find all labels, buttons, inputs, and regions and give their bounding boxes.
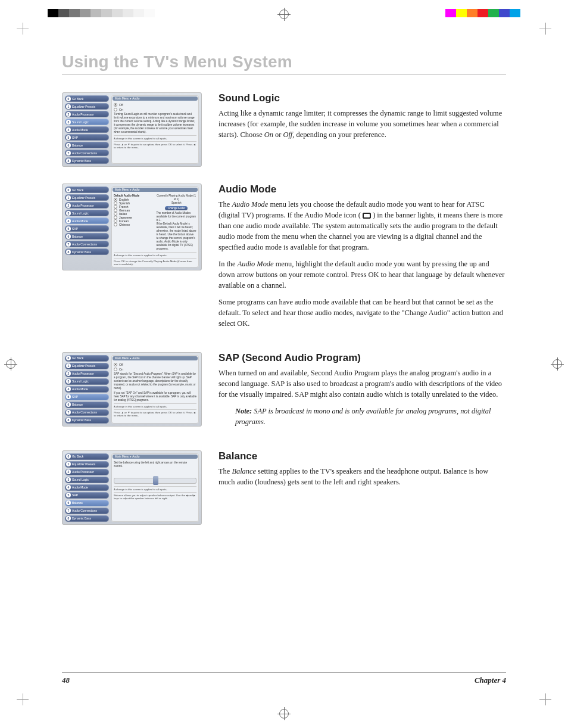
page-number: 48 <box>62 676 70 685</box>
tv-menu-audio-mode: 0Go Back 1Equalizer Presets 2Audio Proce… <box>62 183 202 270</box>
menu-item-balance[interactable]: 6Balance <box>65 402 109 408</box>
menu-item-audio-connections[interactable]: 7Audio Connections <box>65 409 109 416</box>
section-balance: 0Go Back 1Equalizer Presets 2Audio Proce… <box>62 450 506 525</box>
audio-mode-icon <box>363 213 371 219</box>
chapter-label: Chapter 4 <box>475 676 506 685</box>
menu-item-dynamic-bass[interactable]: 8Dynamic Bass <box>65 417 109 424</box>
color-bar-left <box>37 9 166 17</box>
registration-mark-icon <box>279 709 289 718</box>
currently-playing-value: Spanish <box>157 201 197 205</box>
registration-mark-icon <box>6 359 15 369</box>
menu-item-sap[interactable]: 5SAP <box>65 492 109 499</box>
body-text: The Balance setting applies to the TV's … <box>219 466 506 488</box>
radio-on[interactable]: On <box>114 108 196 111</box>
panel-help: Press ▲ or ▼ to point to an option, then… <box>114 141 196 149</box>
page-footer: 48 Chapter 4 <box>62 672 506 685</box>
body-text: Some programs can have audio mode availa… <box>219 297 506 329</box>
menu-item-go-back[interactable]: 0Go Back <box>65 186 109 193</box>
section-audio-mode: 0Go Back 1Equalizer Presets 2Audio Proce… <box>62 183 506 335</box>
menu-item-audio-mode[interactable]: 4Audio Mode <box>65 484 109 491</box>
currently-playing-label: Currently Playing Audio Mode (1 of 1) <box>157 194 197 201</box>
radio-chinese[interactable]: Chinese <box>114 223 154 226</box>
menu-item-audio-connections[interactable]: 7Audio Connections <box>65 508 109 514</box>
menu-item-eq-presets[interactable]: 1Equalizer Presets <box>65 461 109 468</box>
panel-description: SAP stands for "Second Audio Program". W… <box>114 372 196 390</box>
tv-menu-sap: 0Go Back 1Equalizer Presets 2Audio Proce… <box>62 352 202 427</box>
menu-item-sap[interactable]: 5SAP <box>65 225 109 232</box>
heading-audio-mode: Audio Mode <box>219 183 506 195</box>
menu-item-sound-logic[interactable]: 3Sound Logic <box>65 378 109 385</box>
menu-item-dynamic-bass[interactable]: 8Dynamic Bass <box>65 248 109 255</box>
panel-help: Balance allows you to adjust speaker bal… <box>114 492 196 500</box>
body-text: When turned on and available, Second Aud… <box>219 368 506 400</box>
panel-help: Press OK to change the Currently Playing… <box>114 258 196 266</box>
menu-item-sound-logic[interactable]: 3Sound Logic <box>65 119 109 125</box>
panel-help: Press ▲ or ▼ to point to an option, then… <box>114 409 196 417</box>
breadcrumb: Main Menu ▸ Audio <box>113 188 198 192</box>
menu-item-audio-connections[interactable]: 7Audio Connections <box>65 150 109 156</box>
menu-item-balance[interactable]: 6Balance <box>65 233 109 239</box>
chapter-title: Using the TV's Menu System <box>62 52 506 74</box>
menu-item-balance[interactable]: 6Balance <box>65 142 109 148</box>
menu-item-audio-mode[interactable]: 4Audio Mode <box>65 126 109 133</box>
section-sap: 0Go Back 1Equalizer Presets 2Audio Proce… <box>62 352 506 434</box>
crop-mark-icon <box>539 693 551 705</box>
body-text: In the Audio Mode menu, highlight the de… <box>219 259 506 291</box>
panel-description: If the Default Audio Mode is available, … <box>157 222 197 251</box>
menu-item-eq-presets[interactable]: 1Equalizer Presets <box>65 194 109 201</box>
panel-applied-note: A change in this screen is applied to al… <box>114 252 196 257</box>
menu-item-go-back[interactable]: 0Go Back <box>65 453 109 460</box>
menu-item-sap[interactable]: 5SAP <box>65 394 109 400</box>
menu-item-go-back[interactable]: 0Go Back <box>65 355 109 362</box>
change-audio-button[interactable]: Change Audio <box>165 206 188 210</box>
panel-applied-note: A change in this screen is applied to al… <box>114 403 196 408</box>
color-bar-right <box>445 9 531 17</box>
balance-slider[interactable] <box>114 478 196 484</box>
registration-mark-icon <box>279 10 289 19</box>
panel-applied-note: A change in this screen is applied to al… <box>114 486 196 491</box>
breadcrumb: Main Menu ▸ Audio <box>113 97 198 101</box>
crop-mark-icon <box>539 23 551 35</box>
menu-item-dynamic-bass[interactable]: 8Dynamic Bass <box>65 157 109 164</box>
registration-mark-icon <box>553 359 562 369</box>
menu-item-eq-presets[interactable]: 1Equalizer Presets <box>65 363 109 369</box>
heading-sound-logic: Sound Logic <box>219 92 506 104</box>
menu-item-eq-presets[interactable]: 1Equalizer Presets <box>65 103 109 110</box>
tv-menu-sound-logic: 0Go Back 1Equalizer Presets 2Audio Proce… <box>62 92 202 167</box>
menu-item-sap[interactable]: 5SAP <box>65 134 109 141</box>
menu-item-audio-processor[interactable]: 2Audio Processor <box>65 202 109 209</box>
menu-item-go-back[interactable]: 0Go Back <box>65 95 109 102</box>
panel-applied-note: A change in this screen is applied to al… <box>114 135 196 140</box>
menu-item-sound-logic[interactable]: 3Sound Logic <box>65 477 109 483</box>
menu-item-audio-processor[interactable]: 2Audio Processor <box>65 469 109 475</box>
breadcrumb: Main Menu ▸ Audio <box>113 356 198 360</box>
menu-item-sound-logic[interactable]: 3Sound Logic <box>65 210 109 216</box>
note-text: Note: SAP is broadcast in mono and is on… <box>219 406 506 428</box>
section-sound-logic: 0Go Back 1Equalizer Presets 2Audio Proce… <box>62 92 506 167</box>
menu-item-balance[interactable]: 6Balance <box>65 500 109 506</box>
panel-description: The number of Audio Modes available for … <box>157 211 197 222</box>
menu-item-audio-mode[interactable]: 4Audio Mode <box>65 386 109 393</box>
heading-sap: SAP (Second Audio Program) <box>219 352 506 364</box>
radio-off[interactable]: Off <box>114 363 196 366</box>
radio-on[interactable]: On <box>114 368 196 371</box>
panel-description: Set the balance using the left and right… <box>114 461 196 468</box>
crop-mark-icon <box>17 23 29 35</box>
menu-item-audio-processor[interactable]: 2Audio Processor <box>65 371 109 377</box>
menu-item-dynamic-bass[interactable]: 8Dynamic Bass <box>65 515 109 522</box>
body-text: The Audio Mode menu lets you choose the … <box>219 200 506 253</box>
menu-item-audio-processor[interactable]: 2Audio Processor <box>65 111 109 117</box>
crop-mark-icon <box>17 693 29 705</box>
body-text: Acting like a dynamic range limiter; it … <box>219 108 506 141</box>
menu-item-audio-mode[interactable]: 4Audio Mode <box>65 217 109 224</box>
breadcrumb: Main Menu ▸ Audio <box>113 455 198 459</box>
panel-description: Turning Sound Logic on will monitor a pr… <box>114 113 196 134</box>
tv-menu-balance: 0Go Back 1Equalizer Presets 2Audio Proce… <box>62 450 202 525</box>
page-body: Using the TV's Menu System 0Go Back 1Equ… <box>36 30 532 698</box>
radio-off[interactable]: Off <box>114 103 196 107</box>
panel-description: If you set "SAP On" and SAP is available… <box>114 391 196 402</box>
heading-balance: Balance <box>219 450 506 462</box>
menu-item-audio-connections[interactable]: 7Audio Connections <box>65 241 109 247</box>
